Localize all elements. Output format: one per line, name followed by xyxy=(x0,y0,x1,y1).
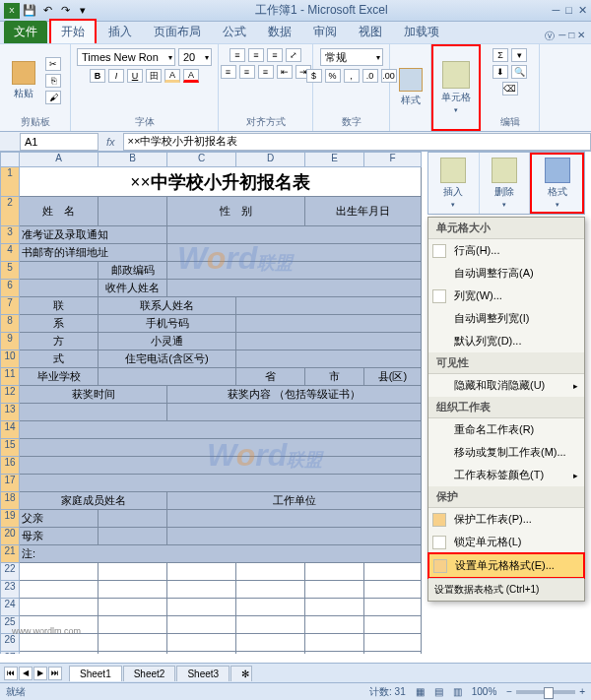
cell[interactable] xyxy=(305,563,364,581)
menu-lock-cell[interactable]: 锁定单元格(L) xyxy=(428,531,584,553)
sheet-tab-3[interactable]: Sheet3 xyxy=(176,666,230,681)
cell[interactable]: 获奖内容 （包括等级证书） xyxy=(167,386,422,404)
qat-more-icon[interactable]: ▾ xyxy=(75,3,91,19)
tab-review[interactable]: 审阅 xyxy=(303,21,347,43)
cell[interactable] xyxy=(167,404,422,421)
cell[interactable] xyxy=(167,280,422,297)
percent-button[interactable]: % xyxy=(325,69,341,83)
cell[interactable] xyxy=(20,457,422,475)
row-header[interactable]: 21 xyxy=(0,545,20,563)
cell[interactable]: 手机号码 xyxy=(98,315,236,333)
border-button[interactable]: 田 xyxy=(146,69,162,83)
tab-insert[interactable]: 插入 xyxy=(98,21,142,43)
minimize-icon[interactable]: ─ xyxy=(553,4,560,17)
col-header[interactable]: B xyxy=(98,152,167,167)
cell[interactable] xyxy=(20,652,98,654)
cell[interactable] xyxy=(167,581,236,599)
zoom-in-button[interactable]: + xyxy=(579,686,585,697)
view-normal-icon[interactable]: ▦ xyxy=(416,686,425,697)
cell[interactable] xyxy=(20,634,98,652)
brush-icon[interactable]: 🖌 xyxy=(45,91,61,104)
cell[interactable] xyxy=(20,599,98,616)
cell[interactable] xyxy=(98,634,167,652)
clear-button[interactable]: ⌫ xyxy=(502,82,518,95)
cell[interactable]: 获奖时间 xyxy=(20,386,167,404)
menu-default-width[interactable]: 默认列宽(D)... xyxy=(428,330,584,352)
tab-formula[interactable]: 公式 xyxy=(213,21,256,43)
styles-button[interactable]: 样式 xyxy=(396,68,425,107)
align-right-button[interactable]: ≡ xyxy=(258,65,274,79)
view-break-icon[interactable]: ▥ xyxy=(453,686,462,697)
row-header[interactable]: 12 xyxy=(0,386,20,404)
row-header[interactable]: 1 xyxy=(0,167,20,197)
maximize-icon[interactable]: □ xyxy=(565,4,572,17)
cell[interactable]: 毕业学校 xyxy=(20,368,98,386)
row-header[interactable]: 11 xyxy=(0,368,20,386)
cell[interactable]: 父亲 xyxy=(20,510,98,528)
cell[interactable] xyxy=(364,634,422,652)
row-header[interactable]: 5 xyxy=(0,262,20,280)
row-header[interactable]: 8 xyxy=(0,315,20,333)
col-header[interactable]: C xyxy=(167,152,236,167)
row-header[interactable]: 9 xyxy=(0,333,20,350)
save-icon[interactable]: 💾 xyxy=(22,3,37,19)
cell[interactable] xyxy=(20,280,98,297)
col-header[interactable]: D xyxy=(236,152,305,167)
cell[interactable] xyxy=(167,563,236,581)
cell[interactable]: 方 xyxy=(20,333,98,350)
cell[interactable]: 县(区) xyxy=(364,368,422,386)
font-color-button[interactable]: A xyxy=(183,69,199,83)
redo-icon[interactable]: ↷ xyxy=(57,3,73,19)
tab-nav-prev[interactable]: ◀ xyxy=(19,667,33,680)
cell[interactable] xyxy=(20,404,167,421)
help-icon[interactable]: ─ □ ✕ xyxy=(558,30,585,43)
number-format-select[interactable]: 常规 xyxy=(320,48,383,66)
close-icon[interactable]: ✕ xyxy=(578,4,587,17)
tab-data[interactable]: 数据 xyxy=(258,21,301,43)
copy-icon[interactable]: ⎘ xyxy=(45,74,61,88)
cell[interactable] xyxy=(167,616,236,634)
cell[interactable]: 性 别 xyxy=(167,197,305,226)
row-header[interactable]: 13 xyxy=(0,404,20,421)
col-header[interactable] xyxy=(0,152,20,167)
cell[interactable] xyxy=(236,652,305,654)
cell[interactable]: ××中学校小升初报名表 xyxy=(20,167,422,197)
font-size-select[interactable]: 20 xyxy=(178,48,212,66)
paste-button[interactable]: 粘贴 xyxy=(6,61,41,100)
cell[interactable] xyxy=(167,599,236,616)
cell[interactable] xyxy=(20,439,422,457)
cell[interactable]: 省 xyxy=(236,368,305,386)
cell[interactable] xyxy=(98,368,236,386)
tab-layout[interactable]: 页面布局 xyxy=(144,21,211,43)
cell[interactable] xyxy=(98,563,167,581)
row-header[interactable]: 4 xyxy=(0,244,20,262)
cell[interactable]: 工作单位 xyxy=(167,492,422,510)
cells-button[interactable]: 单元格▾ xyxy=(439,61,473,114)
cell[interactable]: 联系人姓名 xyxy=(98,297,236,315)
row-header[interactable]: 23 xyxy=(0,581,20,599)
italic-button[interactable]: I xyxy=(108,69,124,83)
fill-button[interactable]: ⬇ xyxy=(492,65,508,79)
cell[interactable] xyxy=(98,616,167,634)
cell[interactable] xyxy=(364,581,422,599)
cell[interactable]: 母亲 xyxy=(20,528,98,545)
row-header[interactable]: 6 xyxy=(0,280,20,297)
cell[interactable]: 准考证及录取通知 xyxy=(20,226,167,244)
row-header[interactable]: 14 xyxy=(0,421,20,439)
row-header[interactable]: 7 xyxy=(0,297,20,315)
menu-col-width[interactable]: 列宽(W)... xyxy=(428,285,584,307)
cell[interactable] xyxy=(364,616,422,634)
cell[interactable]: 联 xyxy=(20,297,98,315)
underline-button[interactable]: U xyxy=(127,69,143,83)
row-header[interactable]: 18 xyxy=(0,492,20,510)
cell[interactable] xyxy=(98,528,167,545)
menu-format-cells[interactable]: 设置单元格格式(E)... xyxy=(427,552,585,579)
sheet-tab-1[interactable]: Sheet1 xyxy=(69,666,122,681)
cell[interactable] xyxy=(236,616,305,634)
col-header[interactable]: A xyxy=(20,152,98,167)
cell[interactable] xyxy=(236,333,422,350)
cell[interactable]: 市 xyxy=(305,368,364,386)
mini-format-button[interactable]: 格式▾ xyxy=(530,153,584,214)
tab-nav-next[interactable]: ▶ xyxy=(33,667,47,680)
menu-autofit-row[interactable]: 自动调整行高(A) xyxy=(428,262,584,285)
